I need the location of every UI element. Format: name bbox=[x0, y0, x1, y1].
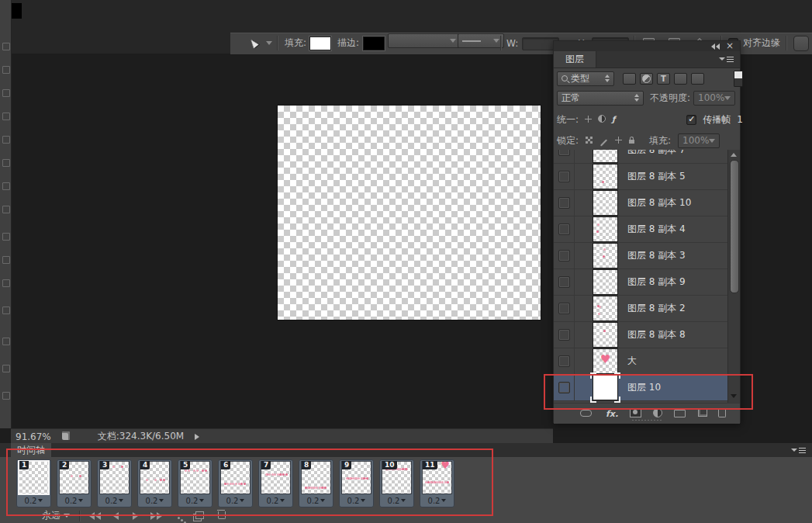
panel-resize-grip[interactable] bbox=[631, 419, 662, 421]
animation-frame[interactable]: 4 0.2 bbox=[137, 459, 172, 507]
tab-layers[interactable]: 图层 bbox=[554, 51, 596, 68]
new-layer-icon[interactable] bbox=[698, 408, 707, 419]
animation-frame[interactable]: 3 0.2 bbox=[97, 459, 132, 507]
frame-delay-select[interactable]: 0.2 bbox=[17, 495, 50, 506]
opacity-dropdown[interactable]: 100% bbox=[693, 91, 735, 106]
animation-frame[interactable]: 7 0.2 bbox=[258, 459, 293, 507]
unify-visibility-icon[interactable] bbox=[598, 115, 606, 124]
visibility-toggle[interactable] bbox=[554, 242, 575, 268]
close-panel-icon[interactable]: × bbox=[726, 40, 734, 51]
document-canvas[interactable] bbox=[278, 106, 541, 320]
collapse-panel-icon[interactable] bbox=[710, 43, 720, 50]
visibility-toggle[interactable] bbox=[554, 150, 575, 163]
duplicate-frame-icon[interactable] bbox=[195, 511, 204, 521]
first-frame-button[interactable] bbox=[89, 512, 101, 520]
frame-delay-select[interactable]: 0.2 bbox=[98, 495, 131, 506]
visibility-toggle[interactable] bbox=[554, 268, 575, 295]
frame-delay-select[interactable]: 0.2 bbox=[299, 495, 333, 506]
layer-name[interactable]: 图层 8 副本 8 bbox=[627, 328, 686, 341]
animation-frame[interactable]: 1 0.2 bbox=[16, 459, 51, 507]
layer-row[interactable]: ♥ 大 bbox=[554, 348, 730, 375]
link-layers-icon[interactable] bbox=[580, 408, 592, 419]
layer-thumbnail[interactable] bbox=[593, 191, 617, 215]
layer-row[interactable]: 图层 8 副本 2 bbox=[554, 295, 730, 322]
scroll-down-icon[interactable] bbox=[731, 394, 737, 398]
frame-delay-select[interactable]: 0.2 bbox=[138, 495, 171, 506]
layer-row[interactable]: 图层 8 副本 7 bbox=[554, 150, 730, 164]
adjustment-layer-icon[interactable] bbox=[653, 408, 662, 420]
layer-row[interactable]: 图层 8 副本 5 bbox=[554, 163, 730, 190]
frame-delay-select[interactable]: 0.2 bbox=[57, 495, 91, 506]
pixel-filter-icon[interactable] bbox=[623, 73, 636, 85]
lock-position-icon[interactable] bbox=[615, 135, 622, 146]
delete-layer-icon[interactable] bbox=[718, 407, 726, 420]
smart-object-filter-icon[interactable] bbox=[691, 73, 704, 85]
tab-timeline[interactable]: 时间轴 bbox=[11, 443, 51, 457]
animation-frame[interactable]: 9 0.2 bbox=[339, 459, 374, 507]
animation-frame[interactable]: 10 0.2 bbox=[379, 459, 414, 507]
animation-frame[interactable]: 8 0.2 bbox=[299, 459, 333, 507]
layer-thumbnail[interactable] bbox=[593, 270, 617, 294]
frame-delay-select[interactable]: 0.2 bbox=[340, 495, 373, 506]
layer-thumbnail[interactable]: ♥ bbox=[593, 349, 617, 373]
delete-frame-icon[interactable] bbox=[218, 511, 226, 521]
layer-row[interactable]: 图层 8 副本 8 bbox=[554, 321, 730, 348]
layer-name[interactable]: 图层 10 bbox=[627, 381, 661, 394]
workspace-button[interactable] bbox=[793, 33, 809, 53]
propagate-frame-checkbox[interactable] bbox=[686, 115, 696, 125]
animation-frame[interactable]: 2 0.2 bbox=[57, 459, 92, 507]
mini-bridge-icon[interactable] bbox=[62, 431, 70, 442]
unify-position-icon[interactable] bbox=[585, 116, 592, 124]
loop-count-dropdown[interactable]: 永远 bbox=[42, 509, 70, 522]
visibility-toggle[interactable] bbox=[554, 348, 575, 374]
layer-row-selected[interactable]: 图层 10 bbox=[554, 374, 730, 401]
visibility-toggle[interactable] bbox=[554, 163, 575, 189]
visibility-toggle[interactable] bbox=[554, 216, 575, 242]
play-button[interactable] bbox=[133, 512, 138, 520]
scrollbar-thumb[interactable] bbox=[730, 160, 739, 293]
layer-thumbnail[interactable] bbox=[593, 376, 617, 400]
layer-name[interactable]: 图层 8 副本 5 bbox=[627, 170, 686, 183]
layer-name[interactable]: 大 bbox=[627, 355, 637, 368]
frame-delay-select[interactable]: 0.2 bbox=[259, 495, 292, 506]
layer-row[interactable]: 图层 8 副本 10 bbox=[554, 189, 730, 216]
layer-thumbnail[interactable] bbox=[593, 150, 617, 162]
next-frame-button[interactable] bbox=[150, 512, 162, 520]
frame-delay-select[interactable]: 0.2 bbox=[420, 495, 454, 506]
zoom-level[interactable]: 91.67% bbox=[16, 431, 51, 442]
layers-scrollbar[interactable] bbox=[727, 150, 740, 403]
frame-delay-select[interactable]: 0.2 bbox=[178, 495, 212, 506]
filter-toggle-switch[interactable] bbox=[734, 71, 743, 87]
scroll-up-icon[interactable] bbox=[731, 153, 737, 157]
animation-frame[interactable]: 6 0.2 bbox=[218, 459, 253, 507]
stroke-options-dropdown[interactable] bbox=[388, 33, 461, 48]
layer-mask-icon[interactable] bbox=[630, 408, 641, 420]
adjustment-filter-icon[interactable] bbox=[640, 73, 653, 85]
layer-name[interactable]: 图层 8 副本 7 bbox=[627, 150, 686, 157]
layer-row[interactable]: 图层 8 副本 4 bbox=[554, 216, 730, 243]
layer-thumbnail[interactable] bbox=[593, 165, 617, 189]
layer-style-icon[interactable]: fx. bbox=[606, 409, 618, 419]
layer-thumbnail[interactable] bbox=[593, 323, 617, 347]
new-group-icon[interactable] bbox=[674, 407, 686, 420]
tool-preset-dropdown[interactable] bbox=[266, 33, 272, 53]
visibility-toggle[interactable] bbox=[554, 374, 575, 400]
layer-thumbnail[interactable] bbox=[593, 244, 617, 268]
lock-paint-icon[interactable] bbox=[599, 135, 608, 146]
layer-name[interactable]: 图层 8 副本 2 bbox=[627, 302, 686, 315]
layer-row[interactable]: 图层 8 副本 9 bbox=[554, 268, 730, 296]
layer-name[interactable]: 图层 8 副本 10 bbox=[627, 196, 691, 210]
layer-name[interactable]: 图层 8 副本 4 bbox=[627, 223, 686, 236]
lock-transparency-icon[interactable] bbox=[586, 135, 593, 146]
layer-thumbnail[interactable] bbox=[593, 217, 617, 241]
timeline-menu-icon[interactable] bbox=[791, 449, 806, 452]
shape-filter-icon[interactable] bbox=[674, 73, 687, 85]
unify-style-icon[interactable]: ƒ bbox=[612, 116, 615, 123]
stroke-width-dropdown[interactable] bbox=[458, 33, 504, 48]
layer-thumbnail[interactable] bbox=[593, 296, 617, 320]
layer-row[interactable]: 图层 8 副本 3 bbox=[554, 242, 730, 269]
frame-delay-select[interactable]: 0.2 bbox=[380, 495, 413, 506]
panel-menu-icon[interactable] bbox=[719, 57, 734, 61]
visibility-toggle[interactable] bbox=[554, 295, 575, 321]
previous-frame-button[interactable] bbox=[113, 512, 119, 520]
